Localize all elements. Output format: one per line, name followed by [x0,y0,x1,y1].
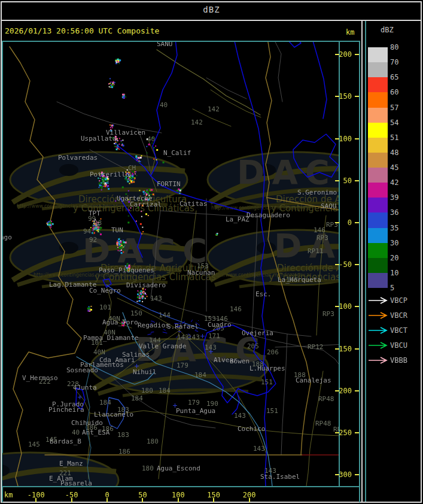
legend-level-label: 10 [390,269,398,277]
map-route-label: 171 [208,333,220,339]
legend-color-block [368,92,388,107]
y-axis-tick-inner [335,138,339,139]
map-place-label: Regadios [138,322,169,329]
vector-label: VBCU [390,341,407,350]
map-route-label: 40 [160,102,168,108]
legend-color-block [368,183,388,198]
map-route-label: 143 [234,412,246,419]
map-route-label: 188 [294,372,306,378]
vector-arrow-icon [367,357,390,364]
map-route-label: 143 [205,344,217,351]
map-route-label: 180 [147,438,159,445]
legend-level-label: 57 [390,104,398,112]
map-place-label: Desaguadero [247,212,290,218]
legend-level-label: 36 [390,208,398,217]
map-place-label: Carrizal [130,201,162,208]
legend-color-block [368,198,388,212]
map-route-label: 143 [188,334,200,341]
map-place-label: La_PAZ [226,216,249,223]
legend-level-label: 60 [390,88,398,96]
y-axis-tick-inner [335,264,339,265]
map-route-label: 150 [130,310,142,317]
legend-level-label: 54 [390,119,398,127]
y-axis-tick [355,96,359,97]
legend-color-block [368,108,388,123]
axis-right-border [359,41,360,502]
vector-arrow-icon [367,342,390,349]
legend-level-label: 51 [390,133,398,142]
map-route-label: 228 [67,381,79,387]
map-route-label: 40N [93,349,105,356]
map-route-label: 184 [194,372,206,378]
vector-arrow-icon [367,327,390,334]
legend-inner-border [365,21,366,502]
map-route-label: 184 [131,395,143,402]
legend-color-block [368,47,388,62]
x-axis-tick [213,498,214,502]
map-place-label: Bowen [230,358,249,365]
y-axis-tick [355,264,359,265]
map-route-label: 142 [208,106,220,113]
map-route-label: 186 [102,426,114,432]
legend-color-block [368,168,388,183]
vector-label: VBCR [390,311,407,320]
y-axis-tick [355,222,359,223]
map-route-label: 186 [86,424,98,431]
map-route-label: 221 [59,470,71,476]
map-route-label: 40 [147,136,155,142]
legend-color-block [368,228,388,243]
legend-level-label: 35 [390,224,398,232]
map-route-label: 151 [266,408,278,414]
legend-level-label: 65 [390,73,398,81]
radar-echoes [2,42,339,486]
map-route-label: 179 [188,399,200,406]
map-place-label: TUN [111,227,123,233]
map-place-label: SAOU [321,203,337,210]
y-axis-tick-inner [335,474,339,475]
x-axis-tick [249,498,250,502]
legend-color-block [368,243,388,258]
map-place-label: Agua_Escond [157,465,200,472]
map-place-label: Sosneado [66,367,98,374]
map-route-label: 146 [230,306,242,312]
map-route-label: 151 [261,379,273,385]
map-route-label: 184 [99,399,111,406]
vector-label: VBCT [390,326,407,335]
map-route-label: 206 [267,349,279,356]
map-route-label: 40N [108,315,120,322]
legend-color-block [368,138,388,153]
map-route-label: 101 [91,339,103,346]
map-route-label: 188 [252,361,264,368]
map-place-label: SANU [157,42,173,47]
map-place-label: Valle Grande [139,343,186,350]
map-route-label: 146 [216,315,228,322]
map-route-label: RP48 [315,420,331,427]
map-route-label: RP11 [308,248,324,254]
y-axis-tick-inner [335,432,339,433]
legend-level-label: 42 [390,178,398,187]
map-route-label: CH [128,165,136,171]
legend-level-label: 70 [390,58,398,66]
legend-color-block [368,258,388,273]
map-route-label: 40 [72,429,80,436]
border-top [1,1,422,2]
map-place-label: Nihuil [133,369,157,375]
map-place-label: Punta_Agua [176,408,215,414]
map-route-label: 143 [264,467,276,474]
map-route-label: 148 [286,277,298,283]
map-route-label: RP3 [317,235,328,241]
y-axis-tick [355,54,359,55]
legend-color-block [368,123,388,138]
y-axis-tick [355,390,359,391]
legend-level-label: 80 [390,43,398,51]
legend-color-block [368,153,388,168]
border-right [421,1,422,503]
y-axis-tick [355,180,359,181]
map-route-label: 92 [89,236,97,243]
map-route-label: 222 [39,378,51,385]
map-route-label: 205 [212,325,224,332]
map-route-label: 190 [206,400,218,407]
map-border-bottom [2,486,360,487]
x-axis-tick [35,498,36,502]
y-axis-tick [355,138,359,139]
